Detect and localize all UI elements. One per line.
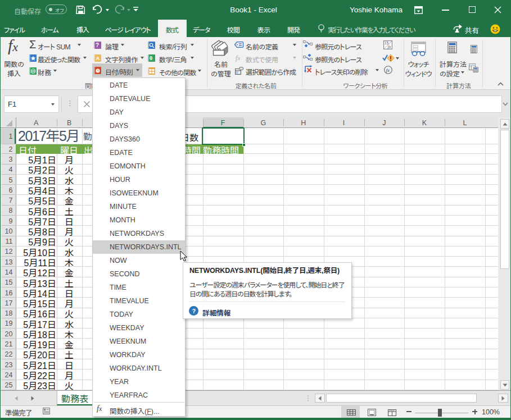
- svg-text:fx: fx: [386, 67, 390, 73]
- svg-text:?: ?: [192, 308, 196, 314]
- svg-text:fx: fx: [388, 44, 391, 49]
